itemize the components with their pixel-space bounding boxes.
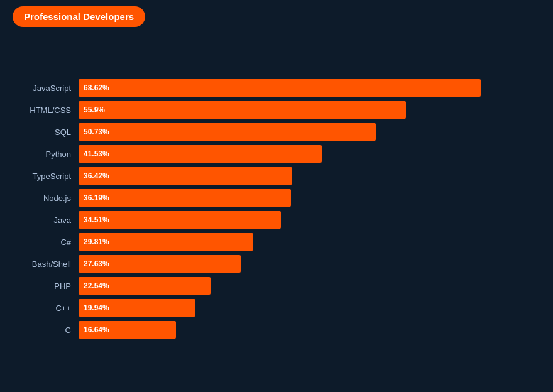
bar-row: Java34.51% xyxy=(13,211,540,229)
bar-fill: 55.9% xyxy=(79,101,406,119)
bar-row: Node.js36.19% xyxy=(13,189,540,207)
bar-fill: 50.73% xyxy=(79,123,376,141)
bar-value: 34.51% xyxy=(84,215,109,224)
bar-value: 22.54% xyxy=(84,281,109,290)
bar-label: C++ xyxy=(13,303,79,313)
bar-track: 50.73% xyxy=(79,123,540,141)
bar-value: 29.81% xyxy=(84,237,109,246)
bar-track: 36.42% xyxy=(79,167,540,185)
bar-row: TypeScript36.42% xyxy=(13,167,540,185)
bar-fill: 16.64% xyxy=(79,321,176,339)
bar-track: 27.63% xyxy=(79,255,540,273)
bar-value: 36.42% xyxy=(84,172,109,180)
bar-label: Java xyxy=(13,215,79,225)
bar-label: SQL xyxy=(13,128,79,137)
bar-fill: 36.42% xyxy=(79,167,292,185)
bar-row: C++19.94% xyxy=(13,299,540,317)
bar-value: 19.94% xyxy=(84,303,109,312)
bar-track: 16.64% xyxy=(79,321,540,339)
bar-row: HTML/CSS55.9% xyxy=(13,101,540,119)
bar-value: 68.62% xyxy=(84,84,109,92)
bar-row: SQL50.73% xyxy=(13,123,540,141)
bar-row: JavaScript68.62% xyxy=(13,79,540,97)
bar-value: 41.53% xyxy=(84,150,109,158)
bar-label: C xyxy=(13,325,79,335)
bar-fill: 29.81% xyxy=(79,233,253,251)
bar-label: TypeScript xyxy=(13,172,79,181)
bar-value: 16.64% xyxy=(84,325,109,334)
bar-value: 27.63% xyxy=(84,259,109,268)
bar-track: 19.94% xyxy=(79,299,540,317)
bar-value: 55.9% xyxy=(84,106,105,114)
bar-fill: 27.63% xyxy=(79,255,241,273)
bar-label: Python xyxy=(13,150,79,159)
bar-row: Bash/Shell27.63% xyxy=(13,255,540,273)
bar-row: Python41.53% xyxy=(13,145,540,163)
bar-label: Bash/Shell xyxy=(13,259,79,269)
bar-track: 68.62% xyxy=(79,79,540,97)
bar-fill: 36.19% xyxy=(79,189,291,207)
bar-track: 55.9% xyxy=(79,101,540,119)
bar-fill: 41.53% xyxy=(79,145,322,163)
bar-row: C#29.81% xyxy=(13,233,540,251)
bar-track: 29.81% xyxy=(79,233,540,251)
bar-fill: 68.62% xyxy=(79,79,481,97)
bar-label: HTML/CSS xyxy=(13,106,79,115)
bar-fill: 22.54% xyxy=(79,277,211,295)
bar-fill: 34.51% xyxy=(79,211,281,229)
bar-track: 34.51% xyxy=(79,211,540,229)
bar-chart: JavaScript68.62%HTML/CSS55.9%SQL50.73%Py… xyxy=(13,38,540,379)
bar-value: 50.73% xyxy=(84,128,109,136)
bar-label: C# xyxy=(13,237,79,247)
bar-label: JavaScript xyxy=(13,84,79,93)
bar-track: 36.19% xyxy=(79,189,540,207)
bar-row: C16.64% xyxy=(13,321,540,339)
bar-label: Node.js xyxy=(13,193,79,203)
bar-value: 36.19% xyxy=(84,193,109,202)
title-badge: Professional Developers xyxy=(13,6,145,27)
bar-label: PHP xyxy=(13,281,79,291)
bar-track: 22.54% xyxy=(79,277,540,295)
bar-track: 41.53% xyxy=(79,145,540,163)
bar-row: PHP22.54% xyxy=(13,277,540,295)
bar-fill: 19.94% xyxy=(79,299,195,317)
